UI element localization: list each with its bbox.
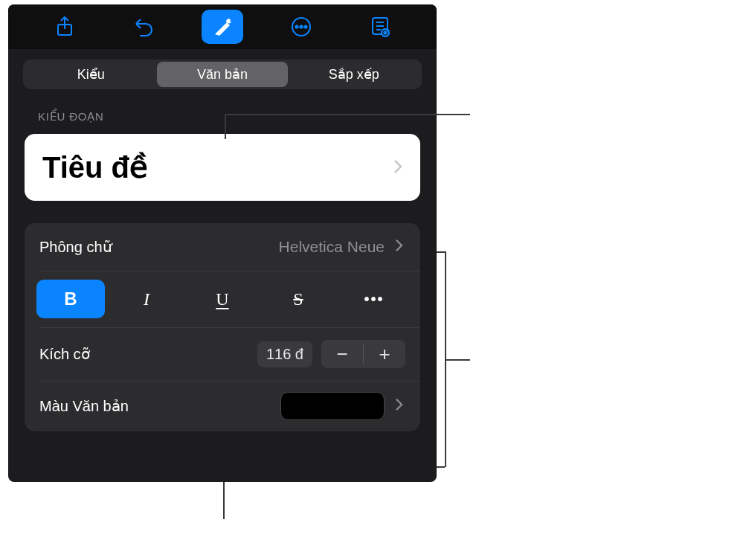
paragraph-style-row[interactable]: Tiêu đề xyxy=(25,134,420,201)
size-row: Kích cỡ 116 đ − + xyxy=(25,327,420,381)
svg-point-3 xyxy=(300,25,302,28)
callout-line xyxy=(223,482,225,519)
size-increase-button[interactable]: + xyxy=(364,340,405,368)
callout-line xyxy=(225,114,470,115)
size-value[interactable]: 116 đ xyxy=(257,341,312,367)
size-stepper: − + xyxy=(321,340,405,368)
svg-point-4 xyxy=(304,25,306,28)
text-options-group: Phông chữ Helvetica Neue B I U S ••• Kíc… xyxy=(25,223,420,431)
font-style-row: B I U S ••• xyxy=(25,271,420,327)
svg-point-11 xyxy=(384,31,386,33)
text-color-row[interactable]: Màu Văn bản xyxy=(25,381,420,431)
font-label: Phông chữ xyxy=(39,238,112,256)
format-tabs: Kiểu Văn bản Sắp xếp xyxy=(8,49,437,94)
chevron-right-icon xyxy=(395,239,405,255)
svg-point-2 xyxy=(295,25,298,28)
text-color-label: Màu Văn bản xyxy=(39,397,129,415)
underline-button[interactable]: U xyxy=(188,280,257,318)
bold-button[interactable]: B xyxy=(36,280,105,318)
tab-text[interactable]: Văn bản xyxy=(157,62,289,87)
share-button[interactable] xyxy=(44,10,86,44)
callout-line xyxy=(437,251,445,253)
format-button[interactable] xyxy=(202,10,243,44)
more-text-options-button[interactable]: ••• xyxy=(340,280,408,318)
font-row[interactable]: Phông chữ Helvetica Neue xyxy=(25,223,420,271)
size-label: Kích cỡ xyxy=(39,345,90,363)
tab-style[interactable]: Kiểu xyxy=(25,62,157,87)
toolbar xyxy=(8,4,437,49)
more-button[interactable] xyxy=(280,10,322,44)
strikethrough-button[interactable]: S xyxy=(264,280,332,318)
callout-line xyxy=(225,114,226,139)
chevron-right-icon xyxy=(393,159,404,176)
size-decrease-button[interactable]: − xyxy=(321,340,363,368)
chevron-right-icon xyxy=(395,398,405,414)
text-color-swatch[interactable] xyxy=(280,392,385,420)
callout-line xyxy=(445,359,470,361)
undo-button[interactable] xyxy=(123,10,164,44)
reader-view-button[interactable] xyxy=(359,10,401,44)
callout-line xyxy=(437,466,445,468)
italic-button[interactable]: I xyxy=(112,280,181,318)
tab-arrange[interactable]: Sắp xếp xyxy=(288,62,419,87)
paragraph-style-name: Tiêu đề xyxy=(42,150,148,184)
font-value: Helvetica Neue xyxy=(279,238,385,256)
paragraph-style-heading: KIỂU ĐOẠN xyxy=(8,94,437,129)
format-panel: Kiểu Văn bản Sắp xếp KIỂU ĐOẠN Tiêu đề P… xyxy=(8,4,437,482)
